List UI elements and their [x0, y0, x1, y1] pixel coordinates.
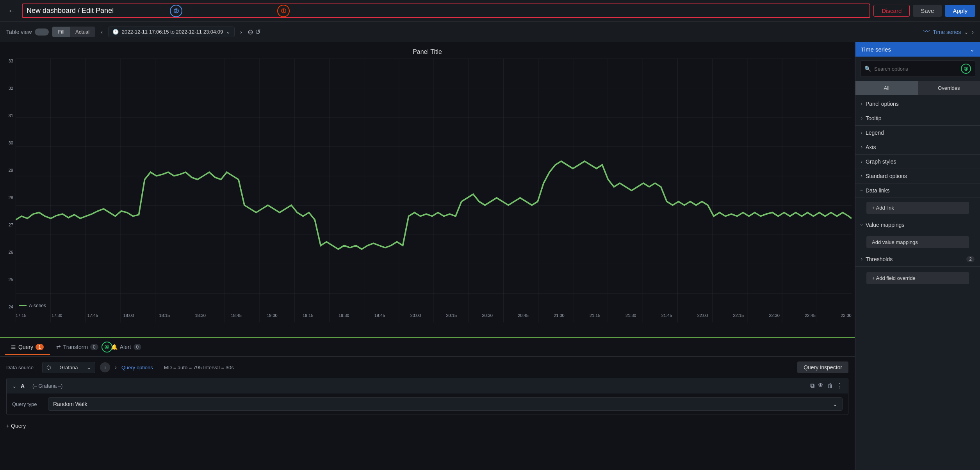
svg-rect-0 — [16, 59, 852, 322]
badge-2: ② — [170, 5, 182, 17]
delete-icon[interactable]: 🗑 — [827, 382, 833, 390]
time-series-header-chevron[interactable]: ⌄ — [970, 46, 975, 53]
alert-tab-badge: 0 — [134, 344, 142, 350]
query-item-actions: ⧉ 👁 🗑 ⋮ — [810, 382, 843, 390]
time-series-expand[interactable]: › — [972, 29, 974, 35]
legend-chevron: › — [861, 130, 862, 135]
tab-transform[interactable]: ⇄ Transform 0 ④ — [50, 340, 105, 355]
section-tooltip[interactable]: › Tooltip — [855, 111, 980, 126]
section-graph-styles[interactable]: › Graph styles — [855, 155, 980, 169]
section-value-mappings[interactable]: › Value mappings — [855, 218, 980, 232]
section-standard-options[interactable]: › Standard options — [855, 169, 980, 183]
back-button[interactable]: ← — [5, 4, 19, 18]
tab-query[interactable]: ☰ Query 1 — [5, 340, 50, 355]
thresholds-chevron: › — [861, 256, 862, 262]
query-item-body: Query type Random Walk ⌄ — [7, 393, 848, 415]
tab-overrides[interactable]: Overrides — [918, 81, 980, 95]
fill-button[interactable]: Fill — [52, 27, 70, 37]
tab-all[interactable]: All — [855, 81, 918, 95]
data-links-chevron: › — [859, 190, 864, 191]
standard-options-label: Standard options — [866, 173, 975, 179]
time-series-chevron[interactable]: ⌄ — [964, 29, 969, 35]
legend-label: Legend — [866, 130, 975, 136]
add-override-section: + Add field override — [855, 267, 980, 290]
panel-options-chevron: › — [861, 101, 862, 107]
center-panel: Panel Title 33323130 29282726 2524 — [0, 42, 855, 470]
panel-title: Panel Title — [3, 48, 852, 55]
query-collapse-chevron[interactable]: ⌄ — [12, 383, 17, 389]
query-options-row[interactable]: Query options — [121, 365, 153, 370]
chart-wrapper: 33323130 29282726 2524 17:1 — [3, 59, 852, 321]
datasource-select[interactable]: ⬡ — Grafana — ⌄ — [42, 362, 95, 373]
actual-button[interactable]: Actual — [70, 27, 95, 37]
query-inspector-button[interactable]: Query inspector — [797, 361, 848, 373]
time-prev-button[interactable]: ‹ — [98, 27, 105, 37]
legend-line — [19, 305, 27, 306]
data-links-label: Data links — [866, 187, 975, 194]
time-series-label: Time series — [933, 29, 961, 35]
chart-svg — [16, 59, 852, 322]
query-type-value: Random Walk — [53, 401, 87, 407]
add-override-button[interactable]: + Add field override — [866, 272, 969, 284]
section-axis[interactable]: › Axis — [855, 140, 980, 155]
apply-button[interactable]: Apply — [945, 5, 975, 17]
more-icon[interactable]: ⋮ — [836, 382, 843, 390]
badge-3: ③ — [961, 64, 971, 74]
datasource-info-button[interactable]: i — [100, 362, 110, 372]
section-data-links[interactable]: › Data links — [855, 183, 980, 198]
time-range-value: 2022-12-11 17:06:15 to 2022-12-11 23:04:… — [122, 29, 223, 35]
search-box: 🔍 ③ — [860, 61, 975, 77]
right-panel-search: 🔍 ③ — [855, 57, 980, 81]
query-type-select[interactable]: Random Walk ⌄ — [48, 397, 843, 411]
search-icon: 🔍 — [864, 66, 871, 72]
right-panel: Time series ⌄ 🔍 ③ All Overrides › Panel … — [855, 42, 980, 470]
query-panel: ☰ Query 1 ⇄ Transform 0 ④ 🔔 Alert 0 — [0, 337, 855, 470]
toolbar-left: Table view Fill Actual ‹ 🕐 2022-12-11 17… — [6, 27, 261, 37]
right-panel-tabs: All Overrides — [855, 81, 980, 95]
time-next-button[interactable]: › — [238, 27, 244, 37]
refresh-button[interactable]: ↺ — [255, 28, 261, 36]
alert-tab-label: Alert — [120, 344, 131, 350]
topbar: ← ② New dashboard / Edit Panel ① Discard… — [0, 0, 980, 22]
copy-icon[interactable]: ⧉ — [810, 382, 814, 390]
axis-label: Axis — [866, 144, 975, 150]
main-layout: Panel Title 33323130 29282726 2524 — [0, 42, 980, 470]
datasource-row: Data source ⬡ — Grafana — ⌄ i › Query op… — [6, 361, 848, 373]
section-thresholds[interactable]: › Thresholds 2 — [855, 252, 980, 267]
discard-button[interactable]: Discard — [873, 5, 910, 17]
value-mappings-label: Value mappings — [866, 222, 975, 228]
save-button[interactable]: Save — [913, 5, 942, 17]
section-legend[interactable]: › Legend — [855, 126, 980, 140]
tooltip-chevron: › — [861, 116, 862, 121]
time-range-picker[interactable]: 🕐 2022-12-11 17:06:15 to 2022-12-11 23:0… — [108, 27, 235, 37]
query-source: (– Grafana –) — [32, 383, 62, 389]
panel-options-label: Panel options — [866, 101, 975, 107]
zoom-buttons: ⊖ ↺ — [248, 28, 261, 36]
time-series-header: Time series ⌄ — [855, 42, 980, 57]
add-link-button[interactable]: + Add link — [866, 202, 969, 214]
topbar-actions: Discard Save Apply — [873, 5, 975, 17]
table-view-label: Table view — [6, 29, 32, 35]
data-links-body: + Add link — [855, 198, 980, 218]
zoom-out-button[interactable]: ⊖ — [248, 28, 253, 36]
add-mapping-button[interactable]: Add value mappings — [866, 236, 969, 248]
section-panel-options[interactable]: › Panel options — [855, 97, 980, 111]
clock-icon: 🕐 — [112, 29, 119, 35]
toolbar: Table view Fill Actual ‹ 🕐 2022-12-11 17… — [0, 22, 980, 42]
value-mappings-chevron: › — [859, 224, 864, 226]
query-tab-label: Query — [18, 344, 33, 350]
x-axis: 17:1517:3017:4518:00 18:1518:3018:4519:0… — [16, 313, 852, 321]
search-input[interactable] — [874, 66, 956, 72]
add-query-button[interactable]: + Query — [6, 418, 848, 434]
query-tab-badge: 1 — [36, 344, 44, 350]
legend-label: A-series — [29, 303, 46, 308]
datasource-icon: ⬡ — [46, 365, 51, 370]
tooltip-label: Tooltip — [866, 115, 975, 121]
table-view-toggle[interactable] — [35, 28, 49, 36]
time-series-header-label: Time series — [861, 46, 891, 53]
value-mappings-body: Add value mappings — [855, 232, 980, 252]
chart-area: Panel Title 33323130 29282726 2524 — [0, 42, 855, 337]
hide-icon[interactable]: 👁 — [818, 382, 824, 390]
time-series-icon: 〰 — [923, 28, 930, 36]
query-type-chevron: ⌄ — [833, 401, 837, 407]
